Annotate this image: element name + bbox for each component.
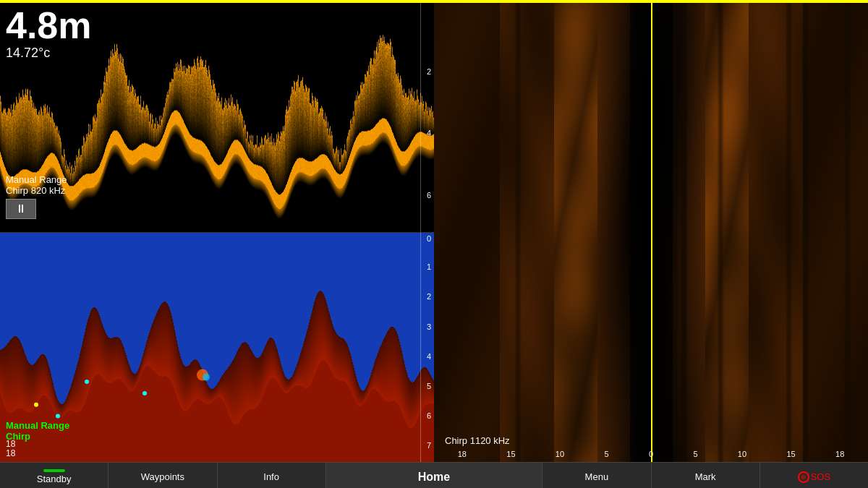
- menu-label: Menu: [585, 471, 609, 482]
- bottom-range-label: Manual Range: [6, 420, 69, 431]
- nav-menu[interactable]: Menu: [542, 463, 651, 488]
- sidescan-panel: Chirp 1120 kHz 18 15 10 5 0 5 10 15 18: [434, 3, 868, 462]
- sos-container: ⊕ SOS: [798, 471, 830, 483]
- nav-standby[interactable]: Standby: [0, 463, 109, 488]
- temperature-value: 14.72°c: [6, 46, 92, 61]
- info-label: Info: [263, 471, 279, 482]
- top-freq-label: Chirp 820 kHz: [6, 185, 67, 196]
- nav-bar: Standby Waypoints Info Home Menu Mark ⊕ …: [0, 462, 868, 488]
- scale-18-left: 18: [458, 450, 467, 458]
- scale-15-left: 15: [506, 450, 515, 458]
- scale-mark-1b: 1: [427, 262, 433, 271]
- left-panel: 4.8m 14.72°c Manual Range Chirp 820 kHz …: [0, 3, 434, 462]
- depth-value: 4.8m: [6, 7, 92, 44]
- scale-5-right: 5: [693, 450, 697, 458]
- scale-mark-3b: 3: [427, 322, 433, 331]
- sos-label: SOS: [811, 471, 830, 482]
- bottom-depth-num2: 18: [6, 439, 15, 449]
- sidescan-freq-label: Chirp 1120 kHz: [445, 435, 510, 446]
- nav-waypoints[interactable]: Waypoints: [109, 463, 217, 488]
- nav-info[interactable]: Info: [218, 463, 326, 488]
- nav-home[interactable]: Home: [326, 463, 543, 488]
- standby-label: Standby: [37, 474, 72, 484]
- home-label: Home: [418, 471, 450, 484]
- scale-0: 0: [649, 450, 653, 458]
- standby-indicator: [43, 469, 65, 472]
- scale-mark-4b: 4: [427, 352, 433, 361]
- scale-top: 2 4 6: [420, 3, 434, 232]
- pause-button[interactable]: ⏸: [6, 199, 36, 219]
- scale-10-right: 10: [738, 450, 746, 458]
- waypoints-label: Waypoints: [141, 471, 184, 482]
- scale-mark-6b: 6: [427, 411, 433, 420]
- sos-icon: ⊕: [798, 471, 809, 483]
- scale-10-left: 10: [556, 450, 564, 458]
- scale-mark-7b: 7: [427, 441, 433, 450]
- center-line: [651, 3, 652, 462]
- sonar-bottom-panel: Manual Range Chirp 0 1 2 3 4 5 6 7 18 18: [0, 233, 434, 462]
- scale-mark-4: 4: [427, 129, 433, 137]
- scale-bottom: 0 1 2 3 4 5 6 7: [420, 233, 434, 462]
- depth-display: 4.8m 14.72°c: [6, 7, 92, 61]
- scale-mark-2: 2: [427, 67, 433, 76]
- scale-mark-6: 6: [427, 191, 433, 200]
- scale-mark-2b: 2: [427, 292, 433, 301]
- main-display: 4.8m 14.72°c Manual Range Chirp 820 kHz …: [0, 3, 868, 462]
- sidescan-scale: 18 15 10 5 0 5 10 15 18: [434, 450, 868, 458]
- scale-18-right: 18: [835, 450, 844, 458]
- scale-mark-0b: 0: [427, 234, 433, 243]
- bottom-depth-num1: 18: [6, 448, 15, 458]
- scale-15-right: 15: [786, 450, 795, 458]
- scale-5-left: 5: [604, 450, 608, 458]
- top-range-label: Manual Range: [6, 174, 67, 185]
- sonar-top-panel: 4.8m 14.72°c Manual Range Chirp 820 kHz …: [0, 3, 434, 233]
- sonar-top-info: Manual Range Chirp 820 kHz: [6, 174, 67, 196]
- nav-sos[interactable]: ⊕ SOS: [760, 463, 868, 488]
- scale-mark-5b: 5: [427, 382, 433, 390]
- mark-label: Mark: [695, 471, 716, 482]
- nav-mark[interactable]: Mark: [652, 463, 760, 488]
